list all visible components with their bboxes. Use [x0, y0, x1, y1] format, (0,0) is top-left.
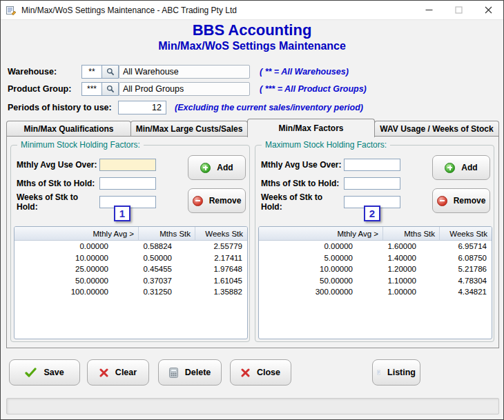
cell: 100.00000: [14, 288, 139, 296]
min-avg-input[interactable]: [99, 159, 156, 171]
min-add-button[interactable]: Add: [188, 155, 246, 180]
column-header: Mths Stk: [383, 227, 440, 240]
max-avg-input[interactable]: [344, 159, 400, 171]
cell: 1.97648: [195, 265, 247, 273]
column-header: Mthly Avg >: [14, 227, 139, 240]
plus-icon: [445, 163, 455, 173]
column-header: Mthly Avg >: [259, 227, 383, 240]
product-group-name-input[interactable]: [119, 82, 250, 96]
listing-button-label: Listing: [387, 368, 416, 377]
min-weeks-label: Weeks of Stk to Hold:: [17, 192, 99, 212]
tab-minmax-large-custs-sales[interactable]: Min/Max Large Custs/Sales: [130, 121, 248, 137]
product-group-lookup-button[interactable]: [102, 82, 119, 96]
delete-button[interactable]: Delete: [158, 359, 222, 386]
cell: 1.20000: [383, 265, 440, 273]
table-header-row: Mthly Avg > Mths Stk Weeks Stk: [14, 227, 247, 241]
minmax-factors-panel: Minimum Stock Holding Factors: Mthly Avg…: [6, 136, 499, 348]
cell: 1.00000: [383, 288, 440, 296]
periods-label: Periods of history to use:: [8, 103, 118, 112]
page-title: Min/Max/WoS Settings Maintenance: [1, 39, 503, 53]
close-button-label: Close: [257, 368, 280, 377]
periods-input[interactable]: [118, 101, 166, 114]
table-row[interactable]: 10.00000 1.20000 5.21786: [259, 263, 492, 275]
cell: 6.95714: [440, 242, 492, 250]
close-window-button[interactable]: [474, 1, 503, 19]
cell: 0.45455: [139, 265, 195, 273]
min-mths-input[interactable]: [99, 177, 156, 190]
cell: 4.78304: [440, 277, 492, 285]
cell: 5.21786: [440, 265, 492, 273]
tab-minmax-factors[interactable]: Min/Max Factors: [247, 119, 375, 137]
min-weeks-row: Weeks of Stk to Hold:: [17, 195, 156, 209]
max-remove-button[interactable]: Remove: [432, 188, 490, 213]
max-mths-row: Mths of Stk to Hold:: [261, 177, 400, 190]
cell: 1.10000: [383, 277, 440, 285]
app-icon: [6, 5, 17, 16]
save-button[interactable]: Save: [9, 359, 80, 386]
product-group-code-input[interactable]: [81, 82, 102, 96]
tab-wav-usage-weeks-of-stock[interactable]: WAV Usage / Weeks of Stock: [374, 121, 499, 137]
status-bar: [6, 398, 499, 414]
min-remove-button[interactable]: Remove: [188, 188, 246, 213]
warehouse-code-input[interactable]: [81, 65, 102, 79]
minimum-factors-groupbox: Minimum Stock Holding Factors: Mthly Avg…: [10, 145, 250, 342]
minimum-groupbox-title: Minimum Stock Holding Factors:: [17, 140, 144, 150]
cell: 1.40000: [383, 254, 440, 262]
max-factors-table[interactable]: Mthly Avg > Mths Stk Weeks Stk 0.00000 1…: [258, 226, 492, 339]
tab-minmax-qualifications[interactable]: Min/Max Qualifications: [6, 121, 131, 137]
table-row[interactable]: 10.00000 0.50000 2.17411: [14, 252, 247, 264]
table-row[interactable]: 0.00000 1.60000 6.95714: [259, 241, 492, 252]
magnifier-icon: [106, 68, 115, 76]
max-mths-input[interactable]: [344, 177, 400, 190]
minimize-icon: [425, 6, 433, 14]
maximize-icon: [455, 6, 463, 14]
red-x-icon: [241, 368, 250, 377]
annotation-marker-1: 1: [114, 206, 130, 221]
cell: 25.00000: [14, 265, 139, 273]
min-mths-row: Mths of Stk to Hold:: [17, 177, 156, 190]
cell: 300.00000: [259, 288, 383, 296]
warehouse-lookup-button[interactable]: [102, 65, 119, 79]
table-row[interactable]: 25.00000 0.45455 1.97648: [14, 263, 247, 275]
add-button-label: Add: [461, 163, 477, 172]
warehouse-name-input[interactable]: [119, 65, 250, 79]
table-row[interactable]: 50.00000 0.37037 1.61045: [14, 275, 247, 287]
table-row[interactable]: 300.00000 1.00000 4.34821: [259, 286, 492, 298]
cell: 5.00000: [259, 254, 383, 262]
delete-button-label: Delete: [185, 368, 211, 377]
maximum-factors-groupbox: Maximum Stock Holding Factors: Mthly Avg…: [255, 145, 494, 342]
cell: 50.00000: [14, 277, 139, 285]
min-avg-label: Mthly Avg Use Over:: [17, 160, 99, 170]
document-icon: [377, 367, 380, 378]
app-title: BBS Accounting: [1, 21, 503, 39]
cell: 4.34821: [440, 288, 492, 296]
max-add-button[interactable]: Add: [432, 155, 490, 180]
maximize-button[interactable]: [444, 1, 474, 19]
min-avg-row: Mthly Avg Use Over:: [17, 158, 156, 172]
table-row[interactable]: 50.00000 1.10000 4.78304: [259, 275, 492, 287]
annotation-marker-2: 2: [364, 206, 380, 221]
warehouse-note: ( ** = All Warehouses): [260, 67, 349, 77]
remove-button-label: Remove: [454, 196, 486, 206]
minimize-button[interactable]: [414, 1, 444, 19]
clear-button[interactable]: Clear: [87, 359, 149, 386]
table-row[interactable]: 5.00000 1.40000 6.08750: [259, 252, 492, 264]
cell: 0.37037: [139, 277, 195, 285]
product-group-note: ( *** = All Product Groups): [260, 84, 367, 94]
clear-button-label: Clear: [115, 368, 137, 377]
add-button-label: Add: [217, 163, 233, 172]
cell: 0.00000: [259, 242, 383, 250]
close-button[interactable]: Close: [230, 359, 291, 386]
tab-bar: Min/Max Qualifications Min/Max Large Cus…: [6, 118, 499, 137]
app-window: Min/Max/WoS Settings Maintenance - ABC T…: [0, 0, 504, 420]
listing-button[interactable]: Listing: [372, 359, 420, 386]
min-factors-table[interactable]: Mthly Avg > Mths Stk Weeks Stk 0.00000 0…: [14, 226, 248, 339]
cell: 1.61045: [195, 277, 247, 285]
max-weeks-label: Weeks of Stk to Hold:: [261, 192, 344, 212]
table-row[interactable]: 0.00000 0.58824 2.55779: [14, 241, 247, 252]
cell: 2.17411: [195, 254, 247, 262]
min-mths-label: Mths of Stk to Hold:: [17, 179, 99, 188]
table-row[interactable]: 100.00000 0.31250 1.35882: [14, 286, 247, 298]
table-header-row: Mthly Avg > Mths Stk Weeks Stk: [259, 227, 492, 241]
column-header: Weeks Stk: [440, 227, 492, 240]
